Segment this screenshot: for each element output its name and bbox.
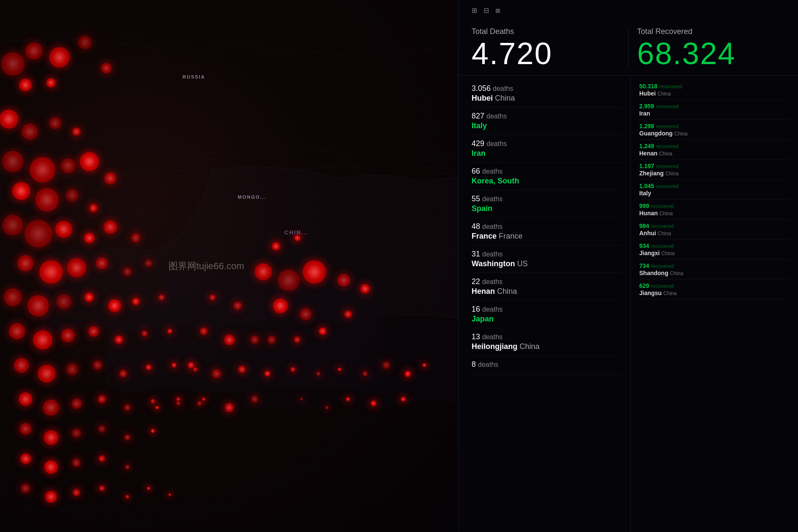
outbreak-dot: [319, 327, 326, 335]
outbreak-dot: [115, 335, 123, 344]
outbreak-dot: [71, 398, 82, 409]
outbreak-dot: [56, 294, 71, 309]
outbreak-dot: [22, 124, 38, 140]
outbreak-dot: [225, 403, 234, 412]
outbreak-dot: [401, 397, 406, 402]
settings-icon[interactable]: ⊠: [495, 7, 500, 14]
total-recovered-section: Total Recovered 68.324: [628, 27, 785, 69]
outbreak-dot: [176, 397, 180, 401]
death-count: 22 deaths: [472, 277, 622, 286]
death-list-item: 22 deaths Henan China: [472, 273, 622, 301]
outbreak-dot: [98, 395, 106, 403]
recovered-list-item: 50.318 recovered Hubei China: [639, 80, 790, 100]
recovered-count: 734 recovered: [639, 262, 790, 270]
outbreak-dot: [45, 491, 57, 503]
outbreak-dot: [72, 127, 81, 136]
outbreak-dot: [141, 330, 148, 337]
outbreak-dot: [200, 327, 208, 335]
recovered-location: Anhui China: [639, 230, 790, 236]
outbreak-dot: [344, 310, 352, 318]
outbreak-dot: [84, 233, 95, 243]
outbreak-dot: [131, 233, 140, 242]
outbreak-dot: [123, 267, 132, 276]
outbreak-dot: [303, 260, 326, 284]
grid-icon[interactable]: ⊞: [472, 6, 477, 14]
list-icon[interactable]: ⊟: [483, 6, 489, 14]
outbreak-dot: [337, 274, 350, 287]
death-count: 31 deaths: [472, 250, 622, 259]
outbreak-dot: [338, 368, 341, 371]
outbreak-dot: [93, 360, 102, 370]
death-list-item: 48 deaths France France: [472, 218, 622, 245]
recovered-location: Henan China: [639, 150, 790, 157]
recovered-count: 629 recovered: [639, 282, 790, 290]
outbreak-dot: [43, 400, 59, 416]
outbreak-dot: [316, 372, 320, 376]
outbreak-dot: [20, 423, 31, 435]
outbreak-dot: [0, 110, 18, 129]
outbreak-dot: [346, 397, 350, 401]
totals-row: Total Deaths 4.720 Total Recovered 68.32…: [459, 19, 798, 76]
death-location: Italy: [472, 121, 622, 130]
outbreak-dot: [98, 455, 105, 462]
death-location: Japan: [472, 315, 622, 324]
outbreak-dot: [169, 493, 171, 496]
recovered-count: 1.045 recovered: [639, 182, 790, 190]
outbreak-dot: [405, 371, 411, 377]
outbreak-dot: [124, 404, 131, 411]
outbreak-dot: [4, 288, 22, 306]
outbreak-dot: [80, 152, 99, 171]
outbreak-dot: [250, 335, 259, 344]
death-location: Iran: [472, 149, 622, 158]
death-list-item: 827 deaths Italy: [472, 107, 622, 135]
recovered-location: Iran: [639, 110, 790, 117]
death-location: Korea, South: [472, 177, 622, 186]
outbreak-dot: [104, 172, 116, 184]
death-list-item: 66 deaths Korea, South: [472, 163, 622, 190]
death-list-item: 31 deaths Washington US: [472, 245, 622, 273]
outbreak-dot: [96, 257, 108, 269]
outbreak-dot: [362, 371, 368, 376]
total-deaths-section: Total Deaths 4.720: [472, 27, 628, 69]
outbreak-dot: [38, 365, 56, 383]
death-count: 827 deaths: [472, 112, 622, 121]
outbreak-dot: [290, 367, 295, 372]
lists-container: 3.056 deaths Hubei China 827 deaths Ital…: [459, 76, 798, 532]
recovered-count: 1.249 recovered: [639, 142, 790, 150]
death-location: Spain: [472, 204, 622, 213]
outbreak-dot: [158, 294, 165, 301]
outbreak-dot: [209, 294, 216, 301]
recovered-count: 1.197 recovered: [639, 162, 790, 170]
recovered-list-item: 1.197 recovered Zhejiang China: [639, 160, 790, 180]
outbreak-dot: [294, 336, 301, 343]
death-count: 16 deaths: [472, 305, 622, 314]
death-list-item: 55 deaths Spain: [472, 190, 622, 218]
map-background: RUSSIA MONGO... CHIN... 图界网tujie66.com: [0, 0, 458, 532]
outbreak-dot: [49, 47, 70, 68]
outbreak-dot: [61, 158, 76, 173]
death-location: Heilongjiang China: [472, 342, 622, 351]
death-count: 13 deaths: [472, 332, 622, 341]
death-count: 66 deaths: [472, 167, 622, 176]
death-count: 48 deaths: [472, 222, 622, 231]
death-location: Henan China: [472, 287, 622, 296]
outbreak-dot: [382, 361, 390, 369]
recovered-list: 50.318 recovered Hubei China 2.959 recov…: [631, 76, 798, 532]
outbreak-dot: [273, 298, 288, 313]
outbreak-dot: [101, 63, 112, 73]
outbreak-dot: [224, 335, 235, 345]
outbreak-dot: [150, 399, 155, 404]
recovered-count: 984 recovered: [639, 222, 790, 230]
outbreak-dot: [28, 295, 49, 316]
death-list-item: 429 deaths Iran: [472, 135, 622, 163]
recovered-list-item: 934 recovered Jiangxi China: [639, 239, 790, 259]
outbreak-dot: [193, 367, 197, 372]
total-recovered-label: Total Recovered: [637, 27, 785, 36]
recovered-list-item: 999 recovered Hunan China: [639, 200, 790, 220]
outbreak-dot: [212, 369, 221, 378]
outbreak-dot: [294, 235, 301, 241]
death-count: 429 deaths: [472, 139, 622, 148]
total-deaths-number: 4.720: [472, 38, 620, 69]
outbreak-dot: [21, 484, 30, 493]
outbreak-dot: [238, 366, 246, 373]
